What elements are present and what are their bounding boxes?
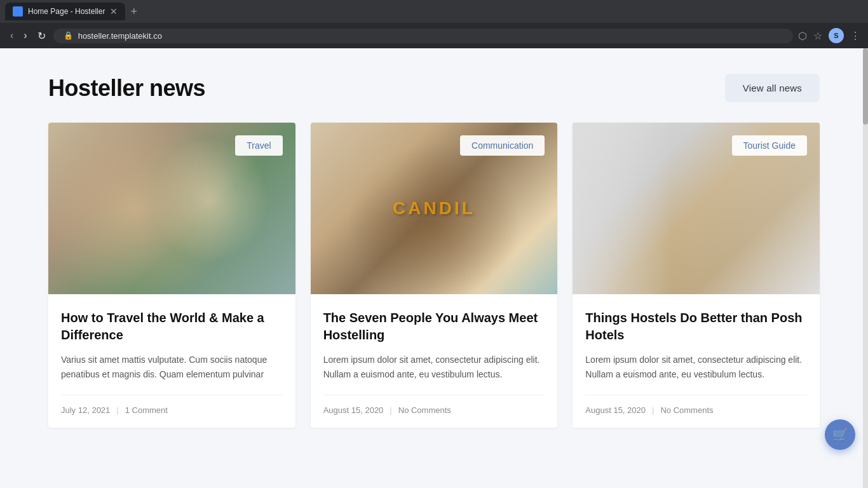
card-meta: July 12, 2021 | 1 Comment <box>61 395 283 415</box>
section-header: Hosteller news View all news <box>48 74 820 102</box>
card-title[interactable]: Things Hostels Do Better than Posh Hotel… <box>585 309 807 344</box>
news-card: Travel How to Travel the World & Make a … <box>48 123 295 428</box>
card-date: August 15, 2020 <box>323 405 384 415</box>
refresh-button[interactable]: ↻ <box>35 27 48 44</box>
card-date: August 15, 2020 <box>585 405 646 415</box>
url-text: hosteller.templatekit.co <box>78 31 162 41</box>
card-date: July 12, 2021 <box>61 405 110 415</box>
browser-tab[interactable]: Home Page - Hosteller ✕ <box>5 3 125 20</box>
meta-separator: | <box>116 405 118 415</box>
new-tab-button[interactable]: + <box>125 5 142 18</box>
translate-icon[interactable]: ⬡ <box>798 30 807 42</box>
card-title[interactable]: The Seven People You Always Meet Hostell… <box>323 309 545 344</box>
card-comments: No Comments <box>398 405 451 415</box>
card-image-wrapper: Travel <box>48 123 295 294</box>
news-card: Tourist Guide Things Hostels Do Better t… <box>573 123 820 428</box>
news-card: CANDIL Communication The Seven People Yo… <box>311 123 558 428</box>
card-body: Things Hostels Do Better than Posh Hotel… <box>573 294 820 428</box>
card-body: The Seven People You Always Meet Hostell… <box>311 294 558 428</box>
tab-close-button[interactable]: ✕ <box>110 6 118 17</box>
page-content: Hosteller news View all news Travel How … <box>0 48 868 488</box>
card-meta: August 15, 2020 | No Comments <box>323 395 545 415</box>
card-comments: No Comments <box>660 405 713 415</box>
browser-toolbar: ‹ › ↻ 🔒 hosteller.templatekit.co ⬡ ☆ S ⋮ <box>0 23 868 48</box>
menu-icon[interactable]: ⋮ <box>850 30 860 42</box>
card-excerpt: Lorem ipsum dolor sit amet, consectetur … <box>585 353 807 382</box>
category-badge[interactable]: Communication <box>460 135 545 156</box>
card-comments: 1 Comment <box>125 405 168 415</box>
section-title: Hosteller news <box>48 75 205 102</box>
floating-cart-button[interactable]: 🛒 <box>825 419 855 450</box>
view-all-button[interactable]: View all news <box>725 74 820 102</box>
lock-icon: 🔒 <box>64 31 73 40</box>
card-image-wrapper: CANDIL Communication <box>311 123 558 294</box>
scroll-indicator[interactable] <box>863 48 868 488</box>
category-badge[interactable]: Tourist Guide <box>732 135 807 156</box>
news-grid: Travel How to Travel the World & Make a … <box>48 123 820 428</box>
toolbar-right: ⬡ ☆ S ⋮ <box>798 28 860 43</box>
card-body: How to Travel the World & Make a Differe… <box>48 294 295 428</box>
card-image-wrapper: Tourist Guide <box>573 123 820 294</box>
browser-titlebar: Home Page - Hosteller ✕ + <box>0 0 868 23</box>
forward-button[interactable]: › <box>21 27 29 44</box>
back-button[interactable]: ‹ <box>8 27 16 44</box>
card-excerpt: Lorem ipsum dolor sit amet, consectetur … <box>323 353 545 382</box>
profile-avatar[interactable]: S <box>829 28 844 43</box>
bookmark-icon[interactable]: ☆ <box>813 30 822 42</box>
browser-chrome: Home Page - Hosteller ✕ + ‹ › ↻ 🔒 hostel… <box>0 0 868 48</box>
card-title[interactable]: How to Travel the World & Make a Differe… <box>61 309 283 344</box>
category-badge[interactable]: Travel <box>235 135 282 156</box>
meta-separator: | <box>390 405 391 415</box>
scroll-thumb[interactable] <box>863 48 868 125</box>
address-bar[interactable]: 🔒 hosteller.templatekit.co <box>53 29 793 43</box>
card-meta: August 15, 2020 | No Comments <box>585 395 807 415</box>
meta-separator: | <box>652 405 654 415</box>
card-excerpt: Varius sit amet mattis vulputate. Cum so… <box>61 353 283 382</box>
tab-favicon <box>13 6 23 17</box>
tab-title: Home Page - Hosteller <box>28 7 105 16</box>
watermark-text: CANDIL <box>393 198 475 219</box>
